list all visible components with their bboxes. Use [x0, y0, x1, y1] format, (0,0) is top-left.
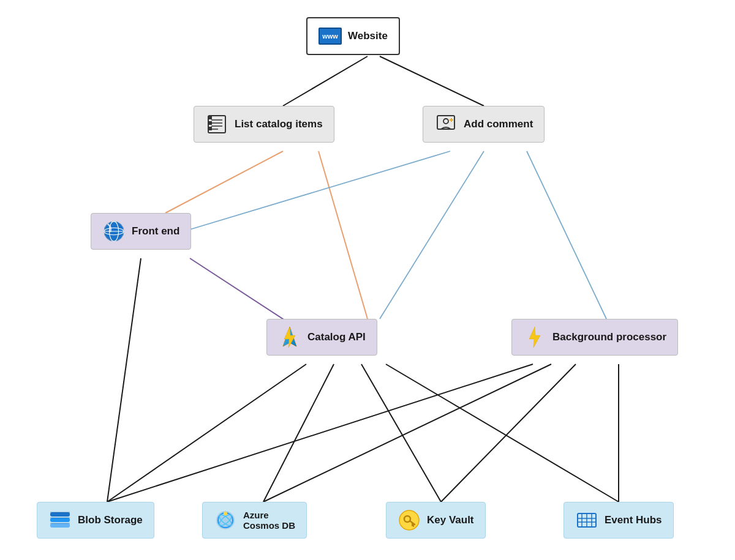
- svg-point-48: [224, 512, 227, 515]
- frontend-node[interactable]: Front end: [91, 213, 191, 250]
- event-hubs-icon: [575, 509, 598, 532]
- catalog-api-label: Catalog API: [307, 331, 366, 343]
- list-catalog-node[interactable]: List catalog items: [194, 106, 334, 143]
- svg-rect-39: [50, 518, 70, 522]
- svg-line-11: [361, 364, 441, 502]
- bg-processor-label: Background processor: [552, 331, 666, 343]
- svg-rect-23: [208, 121, 212, 125]
- svg-marker-37: [529, 327, 540, 348]
- svg-line-8: [107, 258, 141, 502]
- cosmos-db-icon: [214, 509, 237, 532]
- svg-line-12: [386, 364, 619, 502]
- add-comment-node[interactable]: Add comment: [423, 106, 545, 143]
- list-catalog-icon: [205, 113, 228, 136]
- key-vault-node[interactable]: Key Vault: [386, 502, 486, 539]
- svg-line-0: [283, 56, 368, 106]
- svg-line-4: [172, 151, 450, 235]
- blob-storage-icon: [48, 509, 72, 532]
- bg-processor-icon: [523, 326, 546, 349]
- catalog-api-icon: [278, 326, 301, 349]
- website-label: Website: [348, 30, 388, 42]
- list-catalog-label: List catalog items: [235, 118, 323, 130]
- key-vault-label: Key Vault: [427, 514, 474, 526]
- svg-line-5: [380, 151, 484, 319]
- frontend-icon: [102, 220, 126, 243]
- svg-line-1: [380, 56, 484, 106]
- website-icon: www: [318, 24, 342, 48]
- add-comment-label: Add comment: [464, 118, 533, 130]
- svg-point-26: [443, 119, 448, 124]
- svg-rect-40: [50, 523, 70, 528]
- svg-line-2: [165, 151, 283, 213]
- svg-rect-24: [208, 127, 212, 130]
- svg-line-9: [107, 364, 306, 502]
- add-comment-icon: [434, 113, 458, 136]
- website-node[interactable]: www Website: [306, 17, 400, 55]
- key-vault-icon: [398, 509, 421, 532]
- cosmos-db-label: Azure Cosmos DB: [243, 510, 295, 531]
- bg-processor-node[interactable]: Background processor: [511, 319, 678, 356]
- frontend-label: Front end: [132, 225, 179, 237]
- www-icon: www: [318, 28, 342, 45]
- blob-storage-label: Blob Storage: [78, 514, 143, 526]
- svg-line-3: [318, 151, 368, 319]
- catalog-api-node[interactable]: Catalog API: [266, 319, 377, 356]
- cosmos-db-node[interactable]: Azure Cosmos DB: [202, 502, 307, 539]
- svg-rect-38: [50, 512, 70, 517]
- svg-line-6: [527, 151, 606, 319]
- svg-line-14: [441, 364, 576, 502]
- svg-line-10: [263, 364, 334, 502]
- connection-lines: [0, 0, 735, 560]
- svg-line-16: [107, 364, 533, 502]
- event-hubs-label: Event Hubs: [605, 514, 662, 526]
- diagram-container: www Website List catalog items: [0, 0, 735, 560]
- event-hubs-node[interactable]: Event Hubs: [564, 502, 674, 539]
- svg-line-13: [263, 364, 551, 502]
- blob-storage-node[interactable]: Blob Storage: [37, 502, 154, 539]
- svg-point-49: [399, 510, 419, 530]
- svg-rect-22: [208, 116, 212, 119]
